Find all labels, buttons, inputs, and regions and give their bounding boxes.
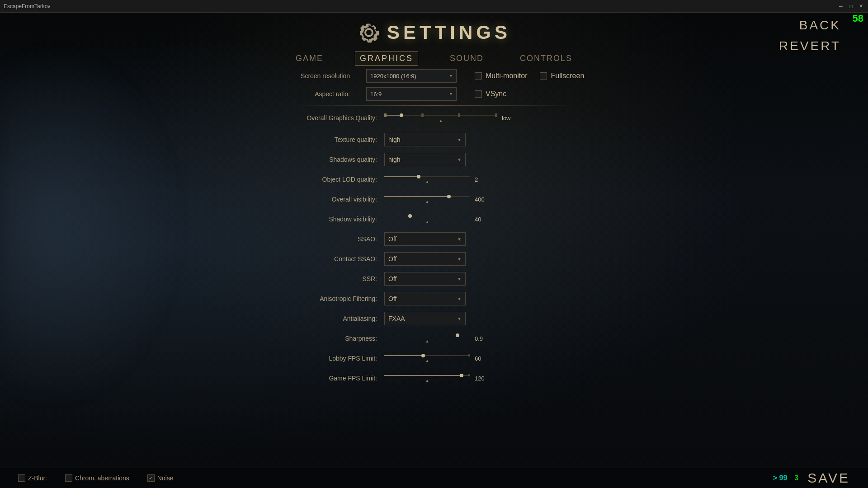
zblur-item: Z-Blur: xyxy=(18,474,47,482)
resolution-select[interactable]: 868x488 (16:9) 1280x720 (16:9) 1600x90… xyxy=(366,69,457,83)
game-fps-row: Game FPS Limit: ▲ 120 xyxy=(276,371,592,386)
lod-quality-label: Object LOD quality: xyxy=(276,176,384,183)
antialiasing-value: FXAA xyxy=(388,315,405,322)
bottom-bar: Z-Blur: Chrom. aberrations Noise > 99 3 … xyxy=(0,468,868,488)
fps-counter-2: 3 xyxy=(794,474,798,482)
chrom-item: Chrom. aberrations xyxy=(65,474,129,482)
minimize-button[interactable]: ─ xyxy=(837,3,844,10)
texture-quality-dropdown[interactable]: high ▼ xyxy=(384,133,466,146)
tab-sound[interactable]: SOUND xyxy=(445,52,488,65)
texture-quality-row: Texture quality: high ▼ xyxy=(276,132,592,147)
contact-ssao-dropdown[interactable]: Off ▼ xyxy=(384,252,466,266)
gear-icon xyxy=(357,21,381,44)
header: SETTINGS xyxy=(357,21,511,44)
dropdown-arrow-5: ▼ xyxy=(457,277,462,282)
tab-graphics[interactable]: GRAPHICS xyxy=(355,52,418,66)
noise-label: Noise xyxy=(157,474,174,482)
chrom-checkbox[interactable] xyxy=(65,474,72,482)
overall-visibility-control: ▲ 400 xyxy=(384,195,592,204)
texture-quality-label: Texture quality: xyxy=(276,136,384,143)
fullscreen-checkbox[interactable] xyxy=(540,72,547,80)
shadows-quality-dropdown[interactable]: high ▼ xyxy=(384,153,466,166)
shadow-visibility-value: 40 xyxy=(475,216,488,223)
shadows-quality-label: Shadows quality: xyxy=(276,156,384,163)
dropdown-arrow-3: ▼ xyxy=(457,237,462,242)
ssr-control: Off ▼ xyxy=(384,272,592,286)
anisotropic-label: Anisotropic Filtering: xyxy=(276,295,384,302)
aspect-ratio-select[interactable]: 16:9 4:3 21:9 xyxy=(366,87,457,101)
overall-quality-value: low xyxy=(502,115,515,122)
texture-quality-control: high ▼ xyxy=(384,133,592,146)
fps-bottom: > 99 3 xyxy=(773,474,799,482)
vsync-checkbox[interactable] xyxy=(475,90,482,98)
tab-game[interactable]: GAME xyxy=(291,52,328,65)
shadow-visibility-control: · · · · · · · · · · · · · · · · · · · · … xyxy=(384,214,592,224)
chrom-label: Chrom. aberrations xyxy=(75,474,129,482)
dropdown-arrow-4: ▼ xyxy=(457,257,462,262)
game-fps-label: Game FPS Limit: xyxy=(276,375,384,382)
multi-monitor-checkbox[interactable] xyxy=(475,72,482,80)
game-fps-value: 120 xyxy=(475,375,488,382)
revert-button[interactable]: REVERT xyxy=(779,39,841,53)
sharpness-row: Sharpness: · · · · · · · · · · · · · · ·… xyxy=(276,331,592,346)
tab-bar: GAME GRAPHICS SOUND CONTROLS xyxy=(291,52,577,66)
lobby-fps-control: ▲ 60 xyxy=(384,354,592,363)
noise-checkbox[interactable] xyxy=(147,474,155,482)
ssao-label: SSAO: xyxy=(276,235,384,243)
maximize-button[interactable]: □ xyxy=(847,3,854,10)
ssr-label: SSR: xyxy=(276,275,384,282)
overall-quality-label: Overall Graphics Quality: xyxy=(276,114,384,122)
dropdown-arrow-2: ▼ xyxy=(457,157,462,162)
window-bar: EscapeFromTarkov ─ □ ✕ xyxy=(0,0,868,13)
contact-ssao-value: Off xyxy=(388,255,396,263)
ssr-dropdown[interactable]: Off ▼ xyxy=(384,272,466,286)
shadows-quality-row: Shadows quality: high ▼ xyxy=(276,152,592,167)
ssao-dropdown[interactable]: Off ▼ xyxy=(384,232,466,246)
fps-counter-top: 58 xyxy=(853,13,863,24)
aspect-ratio-select-wrapper: 16:9 4:3 21:9 xyxy=(366,87,457,101)
sharpness-value: 0.9 xyxy=(475,335,488,342)
lod-quality-control: ▲ 2 xyxy=(384,175,592,184)
contact-ssao-control: Off ▼ xyxy=(384,252,592,266)
zblur-label: Z-Blur: xyxy=(28,474,47,482)
close-button[interactable]: ✕ xyxy=(857,3,864,10)
resolution-label: Screen resolution xyxy=(276,72,357,80)
ssao-control: Off ▼ xyxy=(384,232,592,246)
shadow-visibility-label: Shadow visibility: xyxy=(276,216,384,223)
anisotropic-value: Off xyxy=(388,295,396,302)
lod-quality-row: Object LOD quality: ▲ 2 xyxy=(276,172,592,187)
contact-ssao-label: Contact SSAO: xyxy=(276,255,384,263)
antialiasing-row: Antialiasing: FXAA ▼ xyxy=(276,311,592,326)
vsync-label: VSync xyxy=(486,90,506,98)
tab-controls[interactable]: CONTROLS xyxy=(515,52,577,65)
antialiasing-control: FXAA ▼ xyxy=(384,312,592,325)
settings-list: Texture quality: high ▼ Shadows quality:… xyxy=(276,132,592,390)
overall-visibility-label: Overall visibility: xyxy=(276,196,384,203)
sharpness-control: · · · · · · · · · · · · · · · · · · · · … xyxy=(384,333,592,343)
sharpness-label: Sharpness: xyxy=(276,335,384,342)
contact-ssao-row: Contact SSAO: Off ▼ xyxy=(276,251,592,267)
overall-visibility-row: Overall visibility: ▲ 400 xyxy=(276,192,592,207)
shadow-visibility-row: Shadow visibility: · · · · · · · · · · ·… xyxy=(276,211,592,227)
antialiasing-dropdown[interactable]: FXAA ▼ xyxy=(384,312,466,325)
save-button[interactable]: SAVE xyxy=(807,470,850,486)
overall-visibility-value: 400 xyxy=(475,196,488,203)
resolution-select-wrapper: 868x488 (16:9) 1280x720 (16:9) 1600x90… xyxy=(366,69,457,83)
ssao-row: SSAO: Off ▼ xyxy=(276,231,592,247)
anisotropic-control: Off ▼ xyxy=(384,292,592,305)
back-button[interactable]: BACK xyxy=(779,18,841,33)
shadows-quality-control: high ▼ xyxy=(384,153,592,166)
zblur-checkbox[interactable] xyxy=(18,474,25,482)
fps-counter-1: > 99 xyxy=(773,474,788,482)
aspect-ratio-label: Aspect ratio: xyxy=(276,90,357,98)
ssao-value: Off xyxy=(388,235,396,243)
ssr-row: SSR: Off ▼ xyxy=(276,271,592,286)
overall-quality-row: Overall Graphics Quality: ▲ xyxy=(276,110,592,126)
anisotropic-row: Anisotropic Filtering: Off ▼ xyxy=(276,291,592,306)
dropdown-arrow-7: ▼ xyxy=(457,316,462,321)
settings-divider xyxy=(294,105,574,106)
multi-monitor-label: Multi-monitor xyxy=(486,72,527,80)
fullscreen-label: Fullscreen xyxy=(551,72,584,80)
anisotropic-dropdown[interactable]: Off ▼ xyxy=(384,292,466,305)
shadows-quality-value: high xyxy=(388,156,400,163)
